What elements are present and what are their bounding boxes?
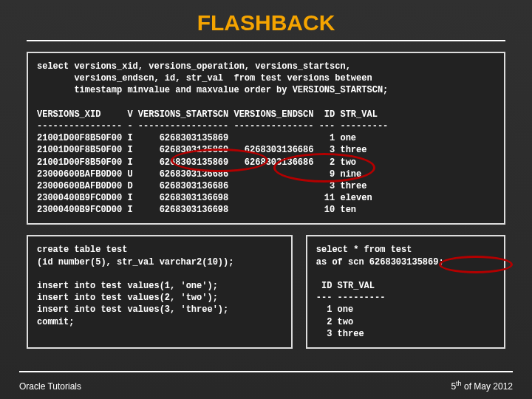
footer-left: Oracle Tutorials — [19, 381, 81, 392]
right-sql-panel: select * from test as of scn 62683031358… — [306, 235, 505, 349]
title-underline — [27, 40, 505, 41]
footer-date-rest: of May 2012 — [462, 381, 513, 392]
left-sql-panel: create table test (id number(5), str_val… — [27, 235, 293, 349]
slide-title: FLASHBACK — [0, 0, 532, 35]
bottom-row: create table test (id number(5), str_val… — [27, 235, 505, 349]
top-code: select versions_xid, versions_operation,… — [37, 61, 495, 216]
footer-right: 5th of May 2012 — [451, 380, 513, 392]
left-code: create table test (id number(5), str_val… — [37, 244, 282, 327]
slide: FLASHBACK select versions_xid, versions_… — [0, 0, 532, 399]
highlight-oval-scn-literal — [439, 256, 513, 273]
footer-date-suffix: th — [456, 380, 462, 387]
top-sql-panel: select versions_xid, versions_operation,… — [27, 52, 505, 225]
footer: Oracle Tutorials 5th of May 2012 — [0, 372, 532, 399]
highlight-oval-endscn — [273, 153, 375, 183]
highlight-oval-startscn — [171, 149, 268, 172]
